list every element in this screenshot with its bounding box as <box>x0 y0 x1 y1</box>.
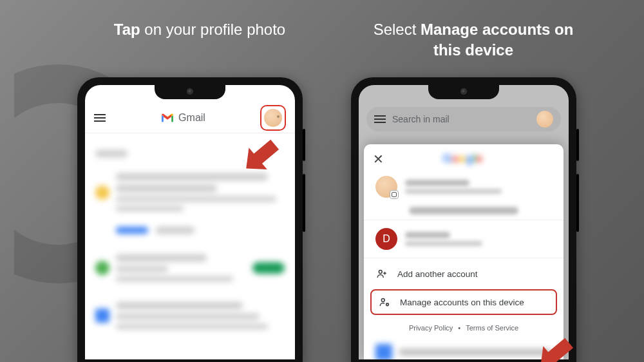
account-row-primary[interactable] <box>364 171 564 203</box>
manage-google-account-blurred[interactable] <box>409 207 518 214</box>
callout-arrow <box>231 122 289 180</box>
profile-avatar-small[interactable] <box>536 111 553 128</box>
terms-of-service-link[interactable]: Terms of Service <box>466 324 518 332</box>
svg-point-3 <box>381 299 384 302</box>
separator <box>364 258 564 258</box>
hamburger-menu-icon[interactable] <box>94 114 106 122</box>
svg-point-4 <box>386 303 388 305</box>
person-gear-icon <box>378 296 391 309</box>
privacy-policy-link[interactable]: Privacy Policy <box>409 324 453 332</box>
phone-side-button <box>303 129 305 161</box>
modal-header: ✕ Google <box>364 151 564 171</box>
instruction-right-pre: Select <box>374 21 421 38</box>
instruction-right: Select Manage accounts on this device <box>357 19 589 61</box>
camera-badge-icon <box>390 190 399 199</box>
gmail-title: Gmail <box>178 112 205 124</box>
account-text-blurred <box>405 232 552 246</box>
camera-icon <box>187 88 193 95</box>
manage-accounts-label: Manage accounts on this device <box>400 298 524 307</box>
account-avatar <box>375 176 397 198</box>
gmail-logo-icon <box>160 113 175 123</box>
instruction-left: Tap on your profile photo <box>84 19 316 40</box>
add-account-label: Add another account <box>397 269 478 279</box>
phone-notch <box>428 85 499 99</box>
phone-side-button <box>303 174 305 232</box>
dot-separator: • <box>458 324 460 332</box>
account-row-secondary[interactable]: D <box>364 223 564 255</box>
phone-side-button <box>576 129 579 161</box>
separator <box>364 220 564 220</box>
instruction-right-bold: Manage accounts on this device <box>421 21 573 59</box>
instruction-left-rest: on your profile photo <box>140 21 285 38</box>
screen-account-sheet: Search in mail ✕ Google <box>359 85 569 359</box>
callout-arrow <box>525 321 583 362</box>
phone-notch <box>155 85 225 99</box>
phone-right: Search in mail ✕ Google <box>351 77 576 362</box>
close-icon[interactable]: ✕ <box>373 153 384 166</box>
instruction-left-bold: Tap <box>114 21 140 38</box>
search-placeholder: Search in mail <box>392 114 530 124</box>
account-avatar-initial: D <box>375 228 397 250</box>
google-logo: Google <box>389 152 536 166</box>
manage-accounts-row[interactable]: Manage accounts on this device <box>370 289 557 315</box>
search-bar[interactable]: Search in mail <box>366 107 561 131</box>
camera-icon <box>460 88 467 95</box>
account-text-blurred <box>405 180 552 194</box>
hamburger-menu-icon[interactable] <box>374 115 386 123</box>
person-plus-icon <box>375 267 388 280</box>
svg-point-2 <box>379 271 382 274</box>
add-account-row[interactable]: Add another account <box>364 261 564 287</box>
phone-side-button <box>576 174 579 232</box>
phone-left: Gmail <box>77 77 303 362</box>
